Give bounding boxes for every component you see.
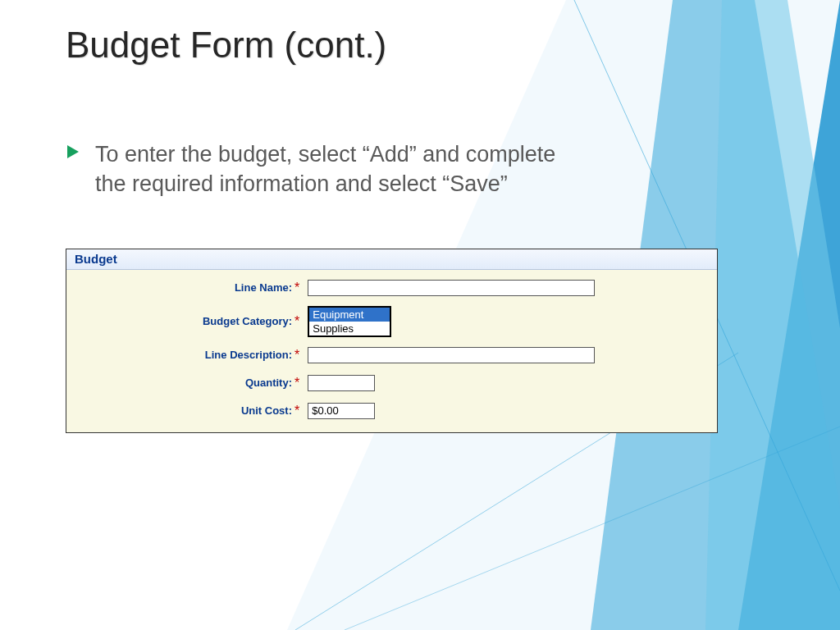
required-marker: * [294, 376, 299, 390]
line-name-input[interactable] [308, 280, 595, 296]
unit-cost-input[interactable] [308, 403, 375, 419]
quantity-input[interactable] [308, 375, 375, 391]
required-marker: * [294, 404, 299, 418]
budget-category-select[interactable]: Equipment Supplies [308, 306, 391, 337]
bullet-item: To enter the budget, select “Add” and co… [66, 139, 774, 199]
panel-title: Budget [66, 249, 717, 270]
budget-form-panel: Budget Line Name: * Budget Category: * E… [66, 249, 718, 433]
slide-title: Budget Form (cont.) [66, 25, 774, 66]
triangle-bullet-icon [66, 144, 80, 162]
line-description-label: Line Description: [83, 349, 294, 361]
quantity-label: Quantity: [83, 377, 294, 389]
unit-cost-label: Unit Cost: [83, 404, 294, 417]
required-marker: * [294, 348, 299, 363]
required-marker: * [294, 314, 299, 329]
budget-category-option[interactable]: Supplies [309, 322, 390, 336]
required-marker: * [294, 281, 299, 295]
line-description-input[interactable] [308, 347, 595, 363]
svg-line-6 [345, 427, 840, 630]
budget-category-option[interactable]: Equipment [309, 308, 390, 322]
bullet-text: To enter the budget, select “Add” and co… [95, 139, 587, 199]
budget-category-label: Budget Category: [83, 315, 294, 327]
line-name-label: Line Name: [83, 281, 294, 294]
svg-marker-7 [67, 145, 79, 158]
